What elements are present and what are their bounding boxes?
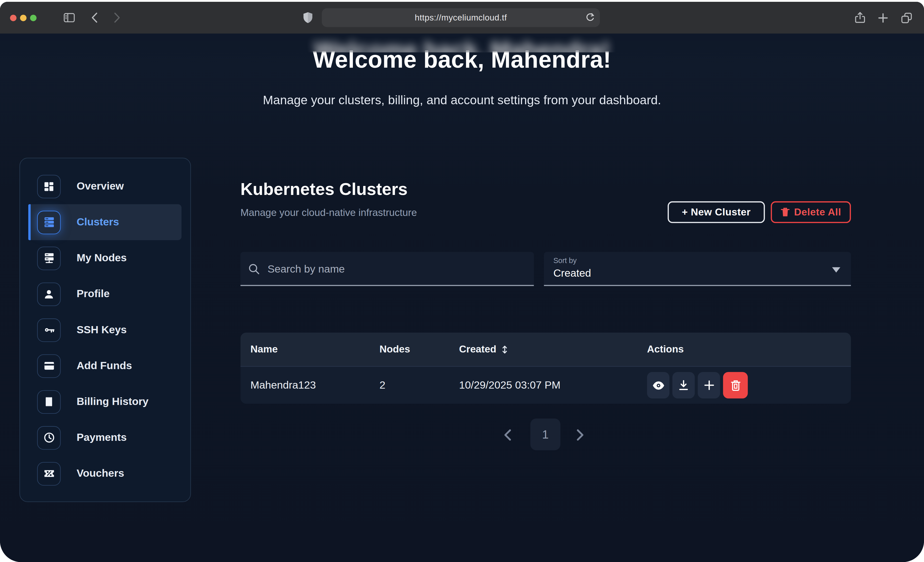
new-cluster-button[interactable]: + New Cluster — [668, 201, 765, 223]
sidebar-item-label: Billing History — [76, 396, 148, 408]
page-title: Kubernetes Clusters — [240, 179, 408, 199]
sidebar-item-billing-history[interactable]: Billing History — [20, 384, 190, 420]
eye-icon — [652, 381, 664, 390]
sidebar-item-label: My Nodes — [76, 252, 127, 264]
card-icon — [37, 354, 61, 378]
sort-value: Created — [554, 267, 591, 280]
close-window-button[interactable] — [10, 15, 16, 21]
shield-icon[interactable] — [299, 2, 316, 34]
column-header-name: Name — [250, 332, 278, 366]
trash-icon — [781, 207, 789, 217]
view-button[interactable] — [647, 372, 669, 398]
delete-row-button[interactable] — [723, 372, 748, 398]
minimize-window-button[interactable] — [20, 15, 26, 21]
download-button[interactable] — [672, 372, 695, 398]
ticket-icon — [37, 462, 61, 486]
table-header-row: NameNodesCreatedActions — [240, 332, 851, 366]
reload-icon[interactable] — [586, 13, 594, 25]
trash-icon — [730, 380, 740, 391]
sort-label: Sort by — [554, 257, 577, 265]
address-bar[interactable]: https://myceliumcloud.tf — [322, 8, 600, 27]
cluster-name-cell: Mahendra123 — [250, 367, 316, 404]
clusters-table: NameNodesCreatedActions Mahendra123210/2… — [240, 332, 851, 404]
search-input[interactable] — [267, 252, 528, 286]
node-icon — [37, 247, 61, 270]
row-actions — [647, 372, 748, 398]
url-text: https://myceliumcloud.tf — [415, 13, 507, 22]
share-icon[interactable] — [852, 2, 868, 34]
sidebar-item-label: Vouchers — [76, 467, 124, 480]
user-icon — [37, 282, 61, 306]
add-node-button[interactable] — [698, 372, 720, 398]
page-subtitle: Manage your cloud-native infrastructure — [240, 207, 417, 219]
column-header-nodes: Nodes — [380, 332, 410, 366]
sidebar-item-vouchers[interactable]: Vouchers — [20, 456, 190, 491]
delete-all-button[interactable]: Delete All — [771, 201, 851, 223]
sort-select[interactable]: Sort by Created — [544, 252, 851, 286]
column-header-actions: Actions — [647, 332, 684, 366]
sidebar-item-profile[interactable]: Profile — [20, 276, 190, 312]
servers-icon — [37, 210, 61, 234]
key-icon — [37, 318, 61, 342]
browser-toolbar: https://myceliumcloud.tf — [0, 2, 924, 34]
plus-icon — [703, 380, 714, 391]
pagination-prev-icon[interactable] — [504, 429, 512, 443]
sidebar-item-overview[interactable]: Overview — [20, 168, 190, 204]
chevron-down-icon — [832, 267, 840, 272]
search-icon — [248, 263, 260, 277]
pagination-page-button[interactable]: 1 — [530, 419, 560, 450]
tabs-overview-icon[interactable] — [898, 2, 915, 34]
clock-icon — [37, 426, 61, 449]
pagination-next-icon[interactable] — [576, 429, 584, 443]
sidebar-item-payments[interactable]: Payments — [20, 420, 190, 456]
sidebar-item-label: SSH Keys — [76, 324, 127, 336]
forward-button[interactable] — [110, 2, 124, 34]
sidebar-toggle-icon[interactable] — [60, 2, 78, 34]
new-tab-icon[interactable] — [875, 2, 890, 34]
sidebar-nav: OverviewClustersMy NodesProfileSSH KeysA… — [20, 158, 191, 502]
sidebar-item-my-nodes[interactable]: My Nodes — [20, 240, 190, 276]
created-cell: 10/29/2025 03:07 PM — [459, 367, 561, 404]
sidebar-item-ssh-keys[interactable]: SSH Keys — [20, 312, 190, 348]
download-icon — [678, 380, 689, 391]
sidebar-item-label: Profile — [76, 288, 110, 300]
sidebar-item-label: Clusters — [76, 216, 119, 228]
table-row: Mahendra123210/29/2025 03:07 PM — [240, 366, 851, 404]
search-field — [240, 252, 534, 286]
sort-arrows-icon — [501, 345, 509, 354]
sidebar-item-add-funds[interactable]: Add Funds — [20, 348, 190, 384]
sidebar-item-label: Overview — [76, 180, 124, 192]
sidebar-item-label: Add Funds — [76, 360, 132, 372]
receipt-icon — [37, 390, 61, 413]
zoom-window-button[interactable] — [30, 15, 36, 21]
sidebar-item-label: Payments — [76, 431, 127, 444]
back-button[interactable] — [87, 2, 101, 34]
sidebar-item-clusters[interactable]: Clusters — [28, 204, 181, 240]
welcome-subtitle: Manage your clusters, billing, and accou… — [0, 93, 924, 107]
heading-blur-overlay: Welcome back, Mahendra! — [0, 34, 924, 52]
dashboard-page: Welcome back, Mahendra! Welcome back, Ma… — [0, 34, 924, 562]
grid-icon — [37, 175, 61, 198]
nodes-cell: 2 — [380, 367, 386, 404]
column-header-created[interactable]: Created — [459, 332, 509, 366]
browser-window: https://myceliumcloud.tf — [0, 2, 924, 562]
